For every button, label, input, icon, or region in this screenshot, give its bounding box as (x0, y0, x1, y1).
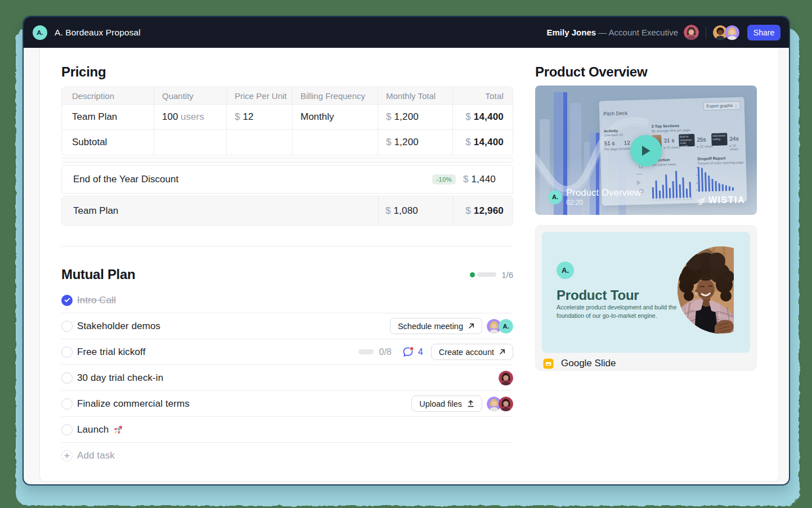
viewer-avatar-2[interactable] (725, 25, 739, 40)
video-caption: A. Product Overview 02:20 (548, 187, 641, 206)
cell-billing-frequency: Monthly (292, 105, 378, 129)
task-row-launch: Launch (61, 417, 513, 443)
external-arrow-icon (499, 349, 505, 355)
col-description: Description (62, 87, 154, 104)
proposal-window: A. A. Bordeaux Proposal Emily Jones — Ac… (23, 16, 790, 485)
pricing-title: Pricing (61, 64, 513, 80)
rocket-emoji (113, 424, 124, 435)
cell-billing-frequency (292, 130, 378, 155)
col-monthly-total: Monthly Total (378, 87, 452, 104)
discount-row: End of the Year Discount -10% $ 1,440 (61, 165, 513, 194)
task-label: Finalize commercial terms (77, 398, 190, 410)
google-slide-embed[interactable]: A. Product Tour Accelerate product devel… (535, 225, 757, 371)
task-row-finalize-commercial-terms: Finalize commercial terms Upload files (61, 391, 513, 417)
checkbox-unchecked[interactable] (61, 347, 73, 358)
upload-icon (467, 400, 474, 407)
product-tour-slide: A. Product Tour Accelerate product devel… (542, 232, 750, 353)
video-title: Product Overview (566, 187, 641, 198)
task-row-free-trial-kickoff: Free trial kickoff 0/8 4 Create account (61, 339, 513, 365)
summary-label: Team Plan (62, 196, 378, 225)
slide-title: Product Tour (557, 287, 639, 303)
external-arrow-icon (468, 323, 474, 329)
col-total: Total (452, 87, 513, 104)
slide-avatar: A. (557, 262, 574, 279)
slide-description: Accelerate product development and build… (557, 303, 678, 320)
task-row-intro-call: Intro Call (61, 287, 513, 313)
section-divider (61, 246, 513, 246)
play-icon (640, 145, 652, 157)
topbar-divider (706, 26, 706, 39)
checkbox-unchecked[interactable] (61, 321, 73, 332)
task-label: Free trial kickoff (77, 347, 145, 358)
cell-quantity (154, 130, 226, 155)
wistia-icon (696, 196, 706, 205)
wistia-video-thumbnail[interactable]: Pitch Deck Export graphs↓ Activity Overv… (535, 86, 757, 215)
cell-quantity: 100 users (154, 105, 226, 129)
owner-avatar[interactable] (684, 25, 699, 40)
owner-name: Emily Jones (547, 28, 596, 37)
task-label: 30 day trial check-in (77, 372, 163, 384)
task-label: Intro Call (77, 295, 116, 306)
workspace-avatar: A. (33, 25, 47, 40)
subtask-count: 0/8 (379, 347, 392, 357)
cell-price-per-unit: $12 (226, 105, 292, 129)
checkbox-unchecked[interactable] (61, 398, 73, 410)
slide-footer: Google Slide (542, 358, 750, 369)
play-button[interactable] (630, 135, 662, 167)
cell-description: Subtotal (62, 130, 154, 155)
plan-progress: 1/6 (470, 270, 513, 280)
video-avatar: A. (548, 190, 562, 204)
task-assignees: A. (487, 319, 513, 334)
viewer-avatars (713, 25, 739, 40)
table-row: Subtotal $1,200 $14,400 (62, 129, 513, 155)
cell-monthly-total: $1,200 (378, 130, 452, 155)
comment-count: 4 (418, 347, 423, 357)
summary-row: Team Plan $1,080 $12,960 (61, 196, 513, 226)
assignee-avatar (499, 371, 513, 385)
summary-total: $12,960 (453, 196, 513, 225)
create-account-button[interactable]: Create account (431, 344, 513, 360)
cell-price-per-unit (226, 130, 292, 155)
add-task-icon[interactable] (61, 450, 73, 461)
discount-amount: 1,440 (471, 174, 496, 185)
cell-monthly-total: $1,200 (378, 105, 452, 129)
wistia-name: WISTIA (708, 195, 745, 205)
topbar: A. A. Bordeaux Proposal Emily Jones — Ac… (24, 17, 789, 48)
comments-indicator[interactable]: 4 (402, 347, 423, 358)
task-assignees (499, 371, 513, 385)
comment-icon (402, 347, 414, 358)
task-list: Intro Call Stakeholder demos Schedule me… (61, 287, 513, 469)
discount-label: End of the Year Discount (73, 174, 178, 185)
checkbox-unchecked[interactable] (61, 372, 73, 384)
progress-count: 1/6 (501, 270, 513, 280)
google-slide-icon (543, 358, 554, 369)
task-assignees (487, 397, 513, 411)
assignee-avatar-initial: A. (499, 319, 513, 334)
add-task-row[interactable]: Add task (61, 443, 513, 469)
upload-files-button[interactable]: Upload files (411, 395, 482, 412)
svg-text:A.: A. (503, 323, 509, 330)
owner-separator: — (596, 28, 609, 37)
col-quantity: Quantity (154, 87, 226, 104)
pricing-header-row: Description Quantity Price Per Unit Bill… (62, 87, 513, 104)
progress-track (477, 272, 496, 277)
checkbox-unchecked[interactable] (61, 424, 73, 435)
task-label: Stakeholder demos (77, 321, 160, 332)
col-billing-frequency: Billing Frequency (292, 87, 378, 104)
subtask-progress-track (358, 349, 374, 354)
share-button[interactable]: Share (747, 25, 780, 41)
add-task-label: Add task (77, 450, 115, 461)
slide-photo (678, 246, 734, 334)
task-label: Launch (77, 424, 109, 435)
progress-dot (470, 272, 475, 277)
document-title: A. Bordeaux Proposal (55, 28, 141, 38)
table-row: Team Plan 100 users $12 Monthly $1,200 $… (62, 104, 513, 129)
checkbox-checked[interactable] (61, 295, 73, 306)
video-duration: 02:20 (566, 199, 641, 206)
pricing-table: Description Quantity Price Per Unit Bill… (61, 87, 513, 155)
cell-total: $14,400 (452, 105, 513, 129)
schedule-meeting-button[interactable]: Schedule meeting (390, 318, 482, 334)
mutual-plan-title: Mutual Plan (61, 267, 135, 282)
table-gap-band (61, 158, 513, 163)
discount-badge: -10% (432, 174, 456, 185)
